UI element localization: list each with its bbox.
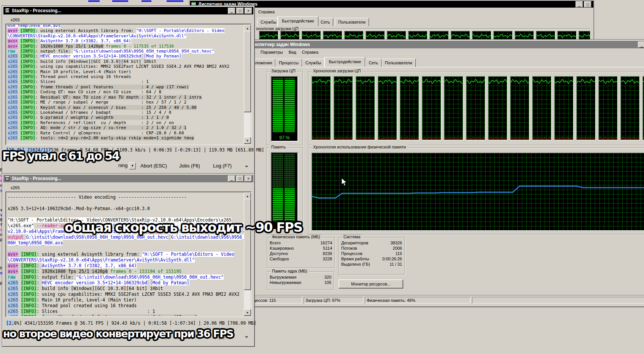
tab-Сеть[interactable]: Сеть (365, 59, 381, 67)
tab-Сеть[interactable]: Сеть (317, 18, 333, 26)
log-line: \CONVERTERS\StaxRip-v2.10.0-x64\Apps\Fra… (8, 257, 244, 263)
encoder-label: x265 (11, 185, 20, 190)
clipped-log-character: c (0, 227, 3, 232)
physical-memory-label: Физическая память (МБ) (270, 234, 321, 239)
cpu-core-graph (422, 76, 441, 140)
tab-Процессы[interactable]: Процессы (275, 59, 302, 67)
cpu-core-graph (554, 76, 574, 140)
memory-gauge: 7,84 ГБ (271, 152, 298, 230)
clipped-log-character: 8 (0, 217, 3, 222)
window-title: StaxRip - Processing... (12, 8, 61, 13)
clipped-log-character: m (0, 178, 3, 183)
tab-Пользователи[interactable]: Пользователи (335, 18, 369, 26)
log-line: x265 [INFO]: Rate Control / qCompress : … (8, 131, 244, 136)
menu-help[interactable]: Справка (258, 10, 275, 14)
maximize-button[interactable]: □ (236, 175, 244, 182)
log-line: x265 [INFO]: HEVC encoder version 3.5+12… (8, 54, 244, 59)
clipped-log-character: o (0, 173, 3, 178)
title-bar[interactable]: Диспетчер задач Windows _ □ (242, 41, 644, 48)
cpu-core-graph (576, 76, 596, 140)
stat-row: Время работы0:00:26:26 (339, 256, 404, 262)
tab-Быстродействие[interactable]: Быстродействие (278, 16, 318, 26)
staxrip-processing-window-2[interactable]: StaxRip - Processing... _ □ ✕ x265 -----… (2, 173, 255, 347)
menu-item-Вид[interactable]: Вид (289, 50, 296, 54)
cpu-history-group-label: онология загрузки ЦП (255, 26, 300, 31)
system-group: Система Дескрипторов38326Потоков2006Проц… (339, 237, 405, 275)
shutdown-dropdown-fragment[interactable]: ning ▼ (118, 163, 136, 169)
log-line: x265 [INFO]: using cpu capabilities: MMX… (8, 292, 244, 297)
cpu-core-graph (312, 76, 331, 140)
scrollbar-thumb[interactable] (244, 31, 251, 112)
stat-row: Потоков2006 (339, 246, 404, 251)
cpu-core-graph (400, 76, 419, 140)
cpu-core-graph (444, 76, 463, 140)
log-line: x265 [INFO]: Slices : 1 (8, 79, 244, 84)
expand-chevron-icon[interactable]: ⌄ (244, 332, 249, 339)
physical-memory-group: Физическая память (МБ) Всего16274Кэширов… (267, 237, 335, 268)
clipped-log-character: n (0, 183, 3, 188)
kernel-memory-label: Память ядра (МБ) (270, 269, 309, 273)
tab-Службы[interactable]: Службы (257, 18, 280, 26)
log-line: avs+ [INFO]: using external Avisynth lib… (8, 28, 244, 33)
tab-Быстродействие[interactable]: Быстродействие (324, 57, 365, 67)
jobs-button[interactable]: Jobs (F6) (179, 163, 200, 169)
maximize-button[interactable]: □ (584, 1, 592, 8)
clipped-log-character: p (0, 281, 3, 285)
tab-Службы[interactable]: Службы (302, 59, 325, 67)
cpu-core-graph (620, 76, 640, 140)
background-window-edge: Eomnsxv8fcnphmp (0, 164, 3, 289)
log-line: x265 [INFO]: frame threads / pool featur… (8, 314, 244, 316)
clipped-log-character: f (0, 222, 3, 227)
log-line: x265 [INFO]: build info [Windows][GCC 10… (8, 286, 244, 292)
stat-row: Кэшировано5114 (267, 246, 334, 251)
progress-status-line: [2.8%] 4341/153195 Frames @ 36.71 FPS | … (6, 321, 256, 326)
title-bar[interactable]: StaxRip - Processing... _ □ ✕ (3, 7, 253, 14)
log-line: output G:\intuit\download\956\0956_06H_t… (8, 234, 244, 240)
stat-row: Доступно8239 (267, 251, 334, 256)
menu-bar: ФайлПараметрыВидСправка (245, 50, 318, 54)
tab-Пользователи[interactable]: Пользователи (382, 59, 416, 67)
minimize-button[interactable]: _ (576, 1, 583, 8)
maximize-button[interactable]: □ (236, 8, 244, 14)
minimize-button[interactable]: _ (228, 8, 235, 14)
log-console[interactable]: 05H_temp\0956_05H.avsavs+ [INFO]: using … (5, 24, 251, 145)
taskmanager-window[interactable]: Диспетчер задач Windows _ □ ФайлПараметр… (241, 39, 644, 307)
desktop: Диспетчер задач Windows _ □ Справка Служ… (0, 0, 644, 354)
minimize-button[interactable]: _ (638, 41, 644, 48)
log-line: x265 [INFO]: Main 10 profile, Level-4 (M… (8, 297, 244, 303)
expand-chevron-icon[interactable]: ⌄ (244, 162, 249, 169)
log-line: x265 [INFO]: frame threads / pool featur… (8, 85, 244, 89)
log-line: 06H_temp\0956_06H.avs (8, 240, 244, 246)
vertical-scrollbar[interactable]: ▲ ▼ (244, 25, 250, 144)
clipped-log-character: s (0, 188, 3, 193)
vertical-scrollbar[interactable]: ▲ ▼ (244, 193, 250, 316)
log-line: raw [INFO]: output file: "G:\intuit\down… (8, 49, 244, 54)
scrollbar-thumb[interactable] (244, 199, 251, 290)
cpu-core-graph (378, 76, 397, 140)
system-table: Дескрипторов38326Потоков2006Процессов115… (339, 240, 404, 267)
log-button[interactable]: Log (F7) (213, 163, 232, 169)
close-button[interactable]: ✕ (245, 175, 252, 182)
log-line: x265 [INFO]: build info [Windows][GCC 10… (8, 59, 244, 64)
resource-monitor-button[interactable]: Монитор ресурсов... (339, 279, 403, 289)
scroll-down-icon[interactable]: ▼ (244, 137, 251, 144)
menu-item-Параметры[interactable]: Параметры (261, 50, 283, 54)
minimize-button[interactable]: _ (228, 175, 235, 182)
status-panel: Загрузка ЦП: 97% (304, 297, 363, 303)
log-line (8, 200, 244, 206)
stat-row: Свободно3228 (267, 256, 334, 262)
log-line: x265 3.5+12+14-106329cbd-.Mod-by-Patman.… (8, 206, 244, 212)
close-button[interactable]: ✕ (245, 8, 252, 14)
log-console[interactable]: -------------------------- Video encodin… (5, 191, 251, 317)
menu-item-Справка[interactable]: Справка (302, 50, 318, 54)
title-bar[interactable]: StaxRip - Processing... _ □ ✕ (3, 175, 253, 182)
clipped-log-character: E (0, 167, 3, 172)
cpu-usage-label: Загрузка ЦП (270, 69, 297, 73)
log-line: x265 [INFO]: Main 10 profile, Level-4 (M… (8, 69, 244, 74)
background-link-fragment (142, 0, 151, 2)
cpu-core-graph (532, 76, 552, 140)
cpu-core-graph (466, 76, 485, 140)
abort-button[interactable]: Abort (ESC) (140, 163, 167, 169)
scroll-down-icon[interactable]: ▼ (244, 309, 251, 316)
stat-row: Дескрипторов38326 (339, 240, 404, 246)
